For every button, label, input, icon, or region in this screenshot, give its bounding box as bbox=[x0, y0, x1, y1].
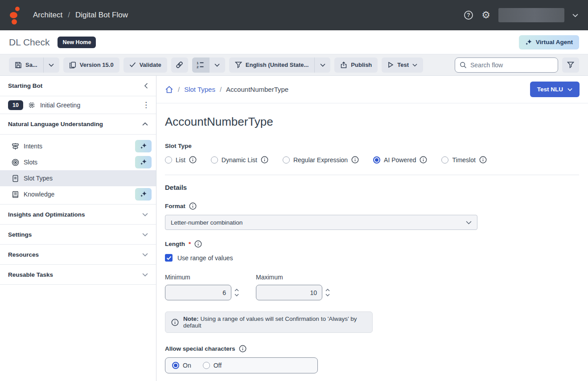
minimum-input[interactable] bbox=[165, 285, 231, 300]
radio-unselected[interactable] bbox=[283, 156, 290, 164]
slot-type-option-dynamic-list[interactable]: Dynamic List bbox=[211, 156, 268, 164]
format-select[interactable]: Letter-number combination bbox=[165, 215, 477, 230]
info-icon[interactable] bbox=[189, 156, 197, 164]
flow-type-title: Digital Bot Flow bbox=[75, 11, 128, 20]
user-menu[interactable] bbox=[498, 8, 564, 22]
intents-ai-assist-button[interactable] bbox=[135, 140, 152, 152]
genesys-logo-icon[interactable] bbox=[10, 6, 21, 24]
sidebar-item-slot-types[interactable]: Slot Types bbox=[0, 170, 156, 186]
language-button[interactable]: English (United State... bbox=[229, 57, 315, 73]
check-icon bbox=[129, 62, 136, 68]
publish-button[interactable]: Publish bbox=[334, 57, 378, 73]
stepper-up-icon[interactable] bbox=[325, 289, 330, 291]
sequence-menu-chevron[interactable] bbox=[209, 57, 225, 73]
sidebar-item-intents[interactable]: Intents bbox=[0, 138, 156, 154]
sequence-split-button: 12 bbox=[192, 57, 225, 73]
chevron-down-icon bbox=[142, 273, 148, 277]
sidebar-section-insights[interactable]: Insights and Optimizations bbox=[0, 205, 156, 225]
stepper-up-icon[interactable] bbox=[234, 289, 239, 291]
info-icon[interactable] bbox=[194, 240, 202, 248]
slots-ai-assist-button[interactable] bbox=[135, 156, 152, 168]
product-name[interactable]: Architect bbox=[33, 11, 62, 20]
stepper-down-icon[interactable] bbox=[234, 294, 239, 296]
home-icon[interactable] bbox=[165, 86, 173, 94]
link-button[interactable] bbox=[171, 57, 188, 73]
format-selected-value: Letter-number combination bbox=[171, 219, 243, 226]
maximum-label: Maximum bbox=[256, 274, 330, 281]
maximum-field: Maximum bbox=[256, 274, 330, 300]
chevron-down-icon bbox=[142, 213, 148, 217]
radio-unselected[interactable] bbox=[441, 156, 448, 164]
sidebar-item-initial-greeting[interactable]: 10 Initial Greeting ⋮ bbox=[0, 96, 156, 114]
settings-gear-icon[interactable]: ⚙ bbox=[481, 10, 490, 20]
checkbox-checked[interactable] bbox=[165, 254, 173, 262]
validate-button[interactable]: Validate bbox=[123, 57, 167, 73]
info-icon[interactable] bbox=[261, 156, 268, 164]
nlu-section-header[interactable]: Natural Language Understanding bbox=[0, 114, 156, 135]
link-icon bbox=[176, 61, 183, 69]
save-menu-chevron[interactable] bbox=[43, 57, 59, 73]
sparkle-icon bbox=[140, 143, 147, 150]
info-icon bbox=[171, 319, 179, 326]
slot-type-option-regular-expression[interactable]: Regular Expression bbox=[283, 156, 359, 164]
knowledge-ai-assist-button[interactable] bbox=[135, 188, 152, 201]
collapse-sidebar-icon[interactable] bbox=[144, 83, 148, 89]
slot-type-option-ai-powered[interactable]: AI Powered bbox=[373, 156, 427, 164]
radio-selected[interactable] bbox=[172, 362, 179, 369]
numbered-list-button[interactable]: 12 bbox=[192, 57, 209, 73]
maximum-stepper[interactable] bbox=[325, 289, 330, 296]
search-flow-input[interactable] bbox=[470, 61, 553, 69]
special-characters-on-option[interactable]: On bbox=[172, 362, 191, 369]
breadcrumb-separator: / bbox=[68, 11, 70, 20]
version-button[interactable]: Version 15.0 bbox=[63, 57, 119, 73]
use-range-checkbox-row[interactable]: Use range of values bbox=[165, 254, 579, 262]
info-icon[interactable] bbox=[189, 202, 197, 210]
radio-unselected[interactable] bbox=[165, 156, 172, 164]
sidebar-section-settings[interactable]: Settings bbox=[0, 225, 156, 245]
maximum-input[interactable] bbox=[256, 285, 322, 300]
play-icon bbox=[387, 61, 394, 68]
radio-unselected[interactable] bbox=[211, 156, 218, 164]
help-icon[interactable]: ? bbox=[464, 10, 473, 20]
virtual-agent-button[interactable]: Virtual Agent bbox=[519, 35, 579, 49]
allow-special-characters-label: Allow special characters bbox=[165, 345, 579, 352]
nlu-chevron-up-icon bbox=[142, 122, 148, 126]
info-icon[interactable] bbox=[479, 156, 487, 164]
search-icon bbox=[460, 61, 467, 69]
publish-icon bbox=[340, 61, 347, 69]
sparkle-icon bbox=[525, 39, 532, 46]
info-icon[interactable] bbox=[239, 345, 247, 352]
special-characters-off-option[interactable]: Off bbox=[203, 362, 222, 369]
svg-text:2: 2 bbox=[197, 65, 199, 69]
top-bar: Architect / Digital Bot Flow ? ⚙ bbox=[0, 0, 588, 30]
flow-toolbar: Sa... Version 15.0 Validate 12 bbox=[0, 54, 588, 76]
test-button[interactable]: Test bbox=[382, 57, 423, 73]
sidebar-item-knowledge[interactable]: Knowledge bbox=[0, 186, 156, 202]
info-icon[interactable] bbox=[351, 156, 359, 164]
length-label: Length * bbox=[165, 240, 579, 248]
breadcrumb: / Slot Types / AccountNumberType bbox=[165, 86, 288, 94]
greeting-menu-kebab-icon[interactable]: ⋮ bbox=[142, 101, 150, 109]
starting-bot-header: Starting Bot bbox=[0, 76, 156, 96]
required-asterisk: * bbox=[189, 241, 191, 247]
slot-type-option-timeslot[interactable]: Timeslot bbox=[441, 156, 486, 164]
search-filter-button[interactable] bbox=[562, 57, 579, 73]
radio-selected[interactable] bbox=[373, 156, 380, 164]
user-menu-chevron-icon[interactable] bbox=[572, 11, 578, 19]
format-label: Format bbox=[165, 202, 579, 210]
breadcrumb-slot-types-link[interactable]: Slot Types bbox=[184, 86, 215, 93]
language-menu-chevron[interactable] bbox=[314, 57, 330, 73]
info-icon[interactable] bbox=[419, 156, 427, 164]
minimum-stepper[interactable] bbox=[234, 289, 239, 296]
slot-type-option-list[interactable]: List bbox=[165, 156, 197, 164]
stepper-down-icon[interactable] bbox=[325, 294, 330, 296]
funnel-icon bbox=[567, 61, 574, 68]
sidebar-section-resources[interactable]: Resources bbox=[0, 245, 156, 265]
save-button[interactable]: Sa... bbox=[9, 57, 43, 73]
sidebar-item-slots[interactable]: Slots bbox=[0, 154, 156, 170]
test-nlu-button[interactable]: Test NLU bbox=[530, 82, 580, 97]
note-text: Using a range of values will set Confirm… bbox=[183, 315, 357, 329]
radio-unselected[interactable] bbox=[203, 362, 210, 369]
minimum-field: Minimum bbox=[165, 274, 239, 300]
sidebar-section-reusable-tasks[interactable]: Reusable Tasks bbox=[0, 265, 156, 285]
